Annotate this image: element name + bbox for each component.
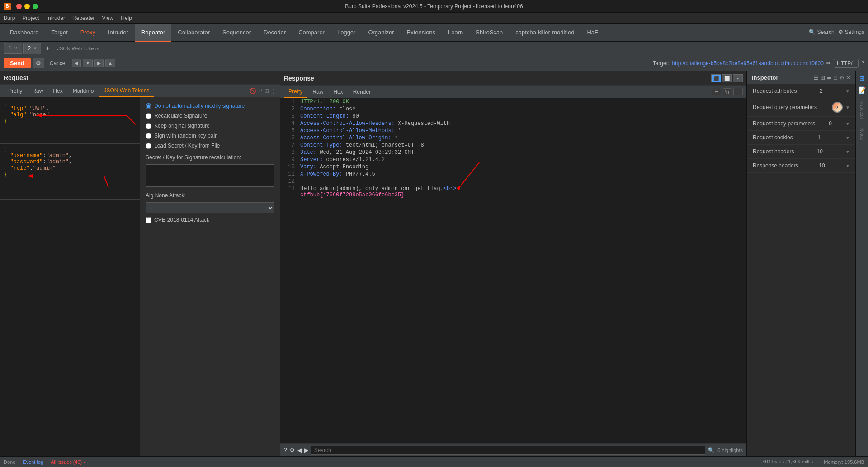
nav-next-response[interactable]: ▶ bbox=[304, 447, 308, 453]
jwt-option-keep[interactable]: Keep original signature bbox=[146, 123, 274, 129]
issues-link[interactable]: All issues (46) • bbox=[51, 459, 85, 465]
search-button[interactable]: 🔍 Search bbox=[809, 24, 835, 41]
alg-select[interactable]: - none None NONE bbox=[146, 202, 274, 213]
cve-checkbox[interactable] bbox=[146, 217, 151, 223]
view-btn-split-horizontal[interactable]: ⬜ bbox=[722, 74, 732, 82]
target-url[interactable]: http://challenge-b5ba8c2be8e95e6f.sandbo… bbox=[672, 60, 824, 67]
nav-tab-learn[interactable]: Learn bbox=[442, 24, 469, 42]
event-log-link[interactable]: Event log bbox=[23, 459, 43, 465]
resp-icon-wrap[interactable]: \n bbox=[723, 88, 731, 95]
nav-tab-shiroscan[interactable]: ShiroScan bbox=[469, 24, 509, 42]
resp-tab-hex[interactable]: Hex bbox=[329, 86, 347, 98]
nav-tab-extensions[interactable]: Extensions bbox=[401, 24, 442, 42]
jwt-option-no-modify[interactable]: Do not automatically modify signature bbox=[146, 103, 274, 109]
cancel-button[interactable]: Cancel bbox=[46, 58, 70, 68]
edit-icon[interactable]: ✏ bbox=[826, 60, 831, 67]
tab-2[interactable]: 2 × bbox=[23, 43, 42, 54]
menu-view[interactable]: View bbox=[102, 15, 113, 21]
req-tab-pretty[interactable]: Pretty bbox=[4, 85, 27, 97]
menu-intruder[interactable]: Intruder bbox=[47, 15, 65, 21]
req-tab-jwt[interactable]: JSON Web Tokens bbox=[99, 85, 154, 97]
nav-down-button[interactable]: ▼ bbox=[83, 59, 93, 67]
inspector-split-icon[interactable]: ⊟ bbox=[833, 75, 838, 81]
settings-button[interactable]: ⚙ Settings bbox=[838, 24, 864, 41]
menu-project[interactable]: Project bbox=[22, 15, 39, 21]
resp-headers-arrow: ▼ bbox=[845, 163, 850, 168]
close-button[interactable] bbox=[16, 4, 22, 9]
jwt-option-load-file[interactable]: Load Secret / Key from File bbox=[146, 143, 274, 149]
view-btn-single[interactable]: ▪ bbox=[733, 74, 743, 82]
tab-2-close[interactable]: × bbox=[33, 46, 36, 51]
nav-tab-captcha[interactable]: captcha-killer-modified bbox=[509, 24, 580, 42]
settings-response-icon[interactable]: ⚙ bbox=[290, 447, 295, 453]
menu-repeater[interactable]: Repeater bbox=[72, 15, 94, 21]
req-tab-raw[interactable]: Raw bbox=[28, 85, 47, 97]
more-icon[interactable]: ⋮ bbox=[271, 88, 276, 94]
menu-burp[interactable]: Burp bbox=[4, 15, 15, 21]
inspector-request-attributes[interactable]: Request attributes 2 ▼ bbox=[747, 84, 855, 98]
req-tab-hex[interactable]: Hex bbox=[48, 85, 67, 97]
help-response-icon[interactable]: ? bbox=[284, 447, 287, 453]
nav-tab-sequencer[interactable]: Sequencer bbox=[216, 24, 257, 42]
jwt-signature-section[interactable] bbox=[0, 200, 140, 456]
inspector-align-icon[interactable]: ⇌ bbox=[827, 75, 831, 81]
cve-attack-option[interactable]: CVE-2018-0114 Attack bbox=[146, 217, 274, 223]
minimize-button[interactable] bbox=[24, 4, 30, 9]
secret-input[interactable] bbox=[146, 164, 274, 187]
nav-tab-proxy[interactable]: Proxy bbox=[74, 24, 102, 42]
tab-1[interactable]: 1 × bbox=[4, 43, 22, 54]
inspector-query-params[interactable]: Request query parameters ✈ ▼ bbox=[747, 98, 855, 117]
jwt-option-random-key[interactable]: Sign with random key pair bbox=[146, 133, 274, 139]
nav-tab-decoder[interactable]: Decoder bbox=[257, 24, 292, 42]
nav-next-button[interactable]: ▶ bbox=[94, 59, 104, 67]
nav-tab-comparer[interactable]: Comparer bbox=[292, 24, 331, 42]
inspector-request-headers[interactable]: Request headers 10 ▼ bbox=[747, 145, 855, 159]
nav-tab-target[interactable]: Target bbox=[45, 24, 74, 42]
side-icon-inspector[interactable]: ⊞ bbox=[857, 73, 867, 83]
resp-icon-list[interactable]: ☰ bbox=[712, 88, 721, 95]
inspector-body-params[interactable]: Request body parameters 0 ▼ bbox=[747, 117, 855, 131]
inspector-columns-icon[interactable]: ⊞ bbox=[821, 75, 825, 81]
resp-tab-raw[interactable]: Raw bbox=[308, 86, 328, 98]
view-btn-split-vertical[interactable]: ⬛ bbox=[711, 74, 721, 82]
tab-1-close[interactable]: × bbox=[14, 46, 17, 51]
maximize-button[interactable] bbox=[33, 4, 38, 9]
search-response-icon[interactable]: 🔍 bbox=[708, 447, 715, 453]
resp-tab-pretty[interactable]: Pretty bbox=[284, 86, 307, 98]
word-wrap-icon[interactable]: ↵ bbox=[258, 88, 263, 94]
help-icon[interactable]: ? bbox=[861, 60, 864, 67]
resp-line-11: 11 X-Powered-By: PHP/7.4.5 bbox=[280, 171, 746, 178]
nav-prev-response[interactable]: ◀ bbox=[297, 447, 302, 453]
inspector-list-icon[interactable]: ☰ bbox=[814, 75, 819, 81]
resp-icon-more[interactable]: ⋮ bbox=[733, 88, 743, 95]
resp-tab-render[interactable]: Render bbox=[349, 86, 375, 98]
nav-tab-dashboard[interactable]: Dashboard bbox=[4, 24, 45, 42]
inspector-settings-icon[interactable]: ⚙ bbox=[840, 75, 844, 81]
side-icon-notes[interactable]: 📝 bbox=[857, 85, 867, 95]
jwt-option-recalculate[interactable]: Recalculate Signature bbox=[146, 113, 274, 119]
nav-tab-hae[interactable]: HaE bbox=[580, 24, 604, 42]
jwt-analyzer-icon[interactable]: ✈ bbox=[832, 102, 843, 113]
nav-tab-organizer[interactable]: Organizer bbox=[362, 24, 400, 42]
nav-tab-logger[interactable]: Logger bbox=[331, 24, 362, 42]
nav-tab-repeater[interactable]: Repeater bbox=[135, 24, 171, 42]
send-button[interactable]: Send bbox=[4, 58, 31, 68]
no-transform-icon[interactable]: 🚫 bbox=[250, 88, 256, 94]
inspector-header: Inspector ☰ ⊞ ⇌ ⊟ ⚙ ✕ bbox=[747, 71, 855, 84]
response-search-input[interactable] bbox=[311, 446, 706, 455]
nav-up-button[interactable]: ▲ bbox=[105, 59, 115, 67]
nav-tab-intruder[interactable]: Intruder bbox=[102, 24, 135, 42]
menu-help[interactable]: Help bbox=[121, 15, 132, 21]
nav-prev-button[interactable]: ◀ bbox=[72, 59, 81, 67]
toolbar-settings-button[interactable]: ⚙ bbox=[33, 58, 44, 68]
nav-tab-collaborator[interactable]: Collaborator bbox=[171, 24, 216, 42]
add-tab-button[interactable]: + bbox=[42, 44, 53, 52]
inspector-request-cookies[interactable]: Request cookies 1 ▼ bbox=[747, 131, 855, 145]
jwt-body-section[interactable]: { "username":"admin", "password":"admin"… bbox=[0, 144, 140, 199]
req-tab-markinfo[interactable]: MarkInfo bbox=[68, 85, 99, 97]
jwt-header-section[interactable]: { "typ":"JWT", "alg":"none" } bbox=[0, 97, 140, 143]
http-version-selector[interactable]: HTTP/1 bbox=[834, 59, 859, 68]
inspector-response-headers[interactable]: Response headers 10 ▼ bbox=[747, 159, 855, 173]
inspector-close-icon[interactable]: ✕ bbox=[846, 75, 851, 81]
format-icon[interactable]: ⊞ bbox=[264, 88, 269, 94]
